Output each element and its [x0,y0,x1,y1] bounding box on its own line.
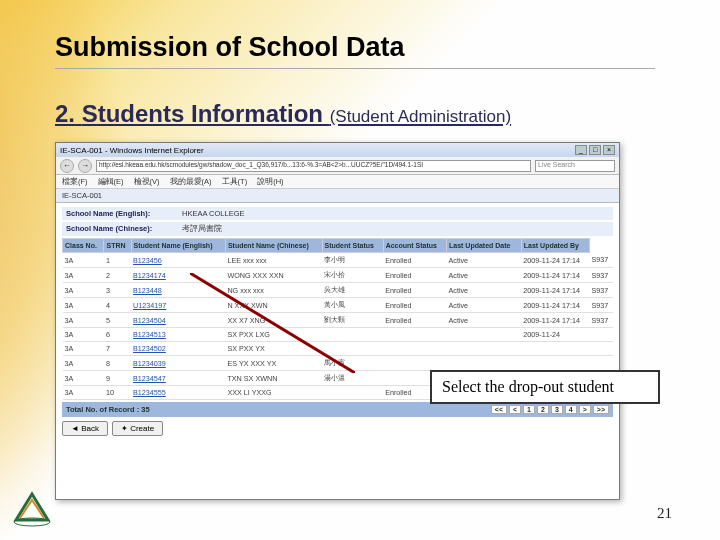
school-ch-value: 考評局書院 [182,224,222,234]
cell-strn-link[interactable]: B123456 [131,253,225,268]
cell-by: S937 [590,298,613,313]
callout-pointer-line [190,273,355,373]
action-buttons: ◄ Back ✦ Create [62,421,613,436]
pager-first[interactable]: << [491,405,507,414]
pager-next[interactable]: > [579,405,591,414]
col-strn[interactable]: STRN [104,239,131,253]
callout-text: Select the drop-out student [442,378,614,395]
cell-no: 5 [104,313,131,328]
cell-class: 3A [63,298,104,313]
cell-by [590,342,613,356]
cell-status: Enrolled [383,298,446,313]
school-en-label: School Name (English): [66,209,176,218]
menu-item[interactable]: 工具(T) [222,177,248,187]
section-title: 2. Students Information (Student Adminis… [55,100,511,128]
section-name: Students Information [82,100,323,127]
school-name-ch-row: School Name (Chinese): 考評局書院 [62,222,613,236]
col-status[interactable]: Student Status [322,239,383,253]
maximize-button[interactable]: □ [589,145,601,155]
col-class[interactable]: Class No. [63,239,104,253]
cell-date [521,356,589,371]
cell-date: 2009-11-24 [521,328,589,342]
pager-last[interactable]: >> [593,405,609,414]
cell-no: 3 [104,283,131,298]
cell-no: 8 [104,356,131,371]
cell-status: Enrolled [383,268,446,283]
section-number: 2. [55,100,75,127]
cell-name-en: XXX LI YXXG [225,386,322,400]
cell-name-ch: 李小明 [322,253,383,268]
forward-icon[interactable]: → [78,159,92,173]
browser-tab[interactable]: IE-SCA-001 [62,191,102,200]
tab-bar: IE-SCA-001 [56,189,619,203]
slide-title: Submission of School Data [55,32,405,63]
cell-date [521,342,589,356]
pager-2[interactable]: 2 [537,405,549,414]
pager-4[interactable]: 4 [565,405,577,414]
col-name-en[interactable]: Student Name (English) [131,239,225,253]
col-acct[interactable]: Account Status [383,239,446,253]
callout-box: Select the drop-out student [430,370,660,404]
cell-no: 7 [104,342,131,356]
cell-by: S937 [590,253,613,268]
cell-by: S937 [590,313,613,328]
pager-1[interactable]: 1 [523,405,535,414]
hkeaa-logo-icon [10,488,54,528]
cell-status [383,342,446,356]
cell-class: 3A [63,386,104,400]
menu-item[interactable]: 我的最愛(A) [170,177,212,187]
school-en-value: HKEAA COLLEGE [182,209,245,218]
cell-no: 1 [104,253,131,268]
cell-acct: Active [447,268,522,283]
minimize-button[interactable]: _ [575,145,587,155]
pager-prev[interactable]: < [509,405,521,414]
cell-class: 3A [63,268,104,283]
menu-bar: 檔案(F) 編輯(E) 檢視(V) 我的最愛(A) 工具(T) 說明(H) [56,175,619,189]
cell-status: Enrolled [383,313,446,328]
menu-item[interactable]: 說明(H) [257,177,283,187]
cell-date: 2009-11-24 17:14 [521,253,589,268]
cell-no: 6 [104,328,131,342]
menu-item[interactable]: 編輯(E) [98,177,124,187]
cell-class: 3A [63,371,104,386]
cell-date: 2009-11-24 17:14 [521,313,589,328]
col-by[interactable]: Last Updated By [521,239,589,253]
table-header-row: Class No. STRN Student Name (English) St… [63,239,614,253]
cell-by [590,356,613,371]
col-name-ch[interactable]: Student Name (Chinese) [225,239,322,253]
cell-by: S937 [590,268,613,283]
menu-item[interactable]: 檢視(V) [134,177,160,187]
cell-class: 3A [63,253,104,268]
cell-status [383,328,446,342]
cell-name-ch [322,386,383,400]
cell-class: 3A [63,328,104,342]
cell-no: 2 [104,268,131,283]
cell-by: S937 [590,283,613,298]
cell-acct [447,342,522,356]
cell-date: 2009-11-24 17:14 [521,298,589,313]
cell-by [590,328,613,342]
cell-acct [447,328,522,342]
cell-status: Enrolled [383,253,446,268]
create-button[interactable]: ✦ Create [112,421,163,436]
pager-3[interactable]: 3 [551,405,563,414]
school-ch-label: School Name (Chinese): [66,224,176,234]
cell-acct: Active [447,253,522,268]
cell-no: 4 [104,298,131,313]
cell-strn-link[interactable]: B1234555 [131,386,225,400]
menu-item[interactable]: 檔案(F) [62,177,88,187]
cell-date: 2009-11-24 17:14 [521,268,589,283]
col-date[interactable]: Last Updated Date [447,239,522,253]
address-bar[interactable]: http://esl.hkeaa.edu.hk/scmodules/gw/sha… [96,160,531,172]
back-icon[interactable]: ← [60,159,74,173]
search-input[interactable]: Live Search [535,160,615,172]
cell-class: 3A [63,356,104,371]
close-button[interactable]: × [603,145,615,155]
cell-status [383,356,446,371]
cell-acct: Active [447,283,522,298]
cell-class: 3A [63,283,104,298]
table-row[interactable]: 3A1B123456LEE xxx xxx李小明EnrolledActive20… [63,253,614,268]
cell-class: 3A [63,342,104,356]
back-button[interactable]: ◄ Back [62,421,108,436]
section-subtitle: (Student Administration) [330,107,511,126]
